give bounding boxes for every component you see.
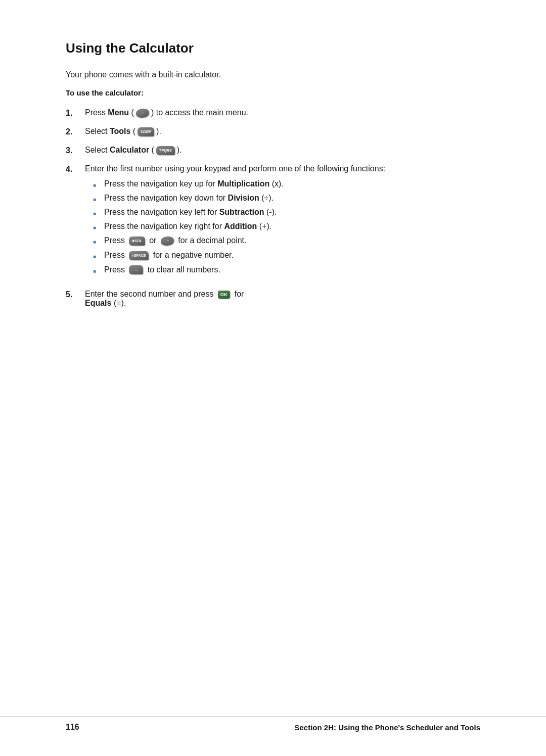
bullet-dot-5: ■ (93, 236, 102, 245)
bullet-dot-7: ■ (93, 265, 102, 274)
step-1-content: Press Menu (···) to access the main menu… (85, 108, 485, 118)
page-title: Using the Calculator (66, 40, 485, 56)
tools-key-btn: 3DEF (138, 127, 154, 136)
menu-key-btn: ··· (136, 109, 149, 118)
bullet-text-4: Press the navigation key right for Addit… (104, 222, 485, 231)
step-4-content: Enter the first number using your keypad… (85, 164, 485, 280)
step-2-number: 2. (66, 127, 85, 136)
step-4-number: 4. (66, 164, 85, 174)
division-bold: Division (228, 194, 259, 202)
bullet-item-decimal: ■ Press ✱SOL or ··· for a decimal point. (93, 236, 485, 246)
step-5-content: Enter the second number and press OK for… (85, 290, 485, 308)
space-key-icon: #SPACE (128, 251, 150, 260)
footer-page-number: 116 (66, 723, 79, 732)
step-2-bold: Tools (110, 127, 130, 135)
bullet-text-3: Press the navigation key left for Subtra… (104, 208, 485, 217)
calc-key-icon: 7PQRS (155, 146, 176, 155)
step-1-number: 1. (66, 108, 85, 118)
step-3-number: 3. (66, 146, 85, 155)
menu2-key-icon: ··· (160, 237, 175, 246)
step-4-intro: Enter the first number using your keypad… (85, 164, 385, 173)
menu-key-icon: ··· (135, 109, 150, 118)
bullet-text-6: Press #SPACE for a negative number. (104, 251, 485, 260)
bullet-dot-3: ■ (93, 208, 102, 216)
bullet-dot-2: ■ (93, 194, 102, 202)
bullet-item-subtraction: ■ Press the navigation key left for Subt… (93, 208, 485, 217)
star-key-icon: ✱SOL (128, 237, 146, 246)
step-5-number: 5. (66, 290, 85, 299)
multiplication-bold: Multiplication (217, 179, 269, 188)
step-3: 3. Select Calculator (7PQRS). (66, 146, 485, 155)
space-key-btn: #SPACE (129, 251, 149, 260)
step-3-content: Select Calculator (7PQRS). (85, 146, 485, 155)
bullet-text-2: Press the navigation key down for Divisi… (104, 194, 485, 203)
calc-key-btn: 7PQRS (156, 146, 175, 155)
subtraction-bold: Subtraction (219, 208, 264, 216)
menu2-key-btn: ··· (161, 237, 174, 246)
ok-key-btn: OK (218, 291, 231, 299)
bullet-text-1: Press the navigation key up for Multipli… (104, 179, 485, 188)
bullet-item-addition: ■ Press the navigation key right for Add… (93, 222, 485, 231)
star-key-btn: ✱SOL (129, 237, 145, 246)
bullet-item-multiplication: ■ Press the navigation key up for Multip… (93, 179, 485, 188)
tools-key-icon: 3DEF (136, 127, 155, 136)
step-3-bold: Calculator (110, 146, 149, 154)
step-1: 1. Press Menu (···) to access the main m… (66, 108, 485, 118)
page-container: Using the Calculator Your phone comes wi… (0, 0, 546, 756)
step-1-bold: Menu (108, 108, 129, 117)
step-2-content: Select Tools (3DEF). (85, 127, 485, 136)
step-4: 4. Enter the first number using your key… (66, 164, 485, 280)
bullet-text-5: Press ✱SOL or ··· for a decimal point. (104, 236, 485, 246)
intro-text: Your phone comes with a built-in calcula… (66, 70, 485, 79)
bullet-dot-6: ■ (93, 251, 102, 259)
equals-bold: Equals (85, 299, 111, 307)
step-5: 5. Enter the second number and press OK … (66, 290, 485, 308)
bullet-text-7: Press ··· to clear all numbers. (104, 265, 485, 275)
step-2: 2. Select Tools (3DEF). (66, 127, 485, 136)
bullet-item-clear: ■ Press ··· to clear all numbers. (93, 265, 485, 275)
bullet-item-negative: ■ Press #SPACE for a negative number. (93, 251, 485, 260)
section-label: To use the calculator: (66, 88, 485, 97)
footer: 116 Section 2H: Using the Phone's Schedu… (0, 716, 546, 732)
bullet-list: ■ Press the navigation key up for Multip… (93, 179, 485, 274)
ok-key-icon: OK (217, 291, 232, 299)
steps-list: 1. Press Menu (···) to access the main m… (66, 108, 485, 308)
addition-bold: Addition (224, 222, 257, 230)
bullet-item-division: ■ Press the navigation key down for Divi… (93, 194, 485, 203)
bullet-dot-1: ■ (93, 179, 102, 188)
back-key-icon: ··· (128, 265, 144, 274)
bullet-dot-4: ■ (93, 222, 102, 230)
footer-section-text: Section 2H: Using the Phone's Scheduler … (294, 723, 480, 732)
back-key-btn: ··· (129, 265, 143, 274)
